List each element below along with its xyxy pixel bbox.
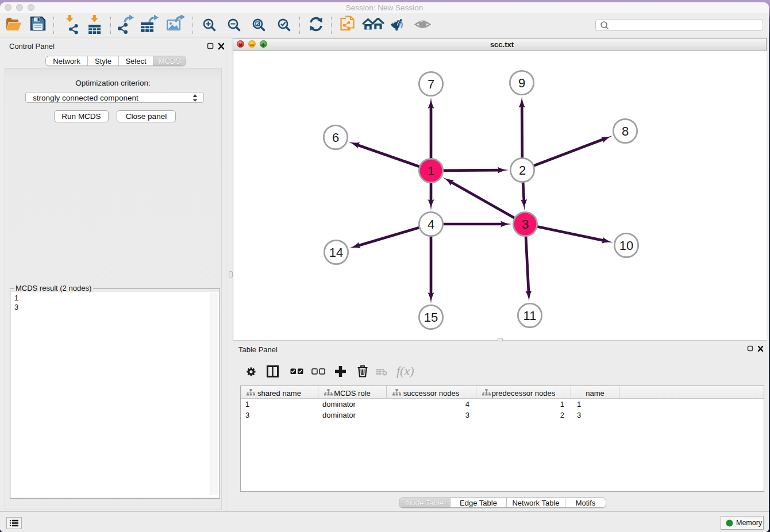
svg-text:9: 9 (518, 76, 525, 90)
svg-text:2: 2 (519, 163, 526, 178)
svg-text:3: 3 (522, 217, 529, 232)
svg-text:10: 10 (619, 238, 633, 253)
svg-text:8: 8 (622, 124, 629, 138)
svg-text:15: 15 (424, 310, 438, 325)
svg-text:7: 7 (428, 77, 434, 91)
svg-text:1: 1 (428, 164, 434, 178)
svg-text:6: 6 (332, 130, 339, 145)
svg-text:f(x): f(x) (396, 365, 414, 378)
svg-text:14: 14 (329, 245, 343, 260)
svg-text:11: 11 (523, 309, 537, 323)
svg-text:4: 4 (428, 217, 434, 232)
